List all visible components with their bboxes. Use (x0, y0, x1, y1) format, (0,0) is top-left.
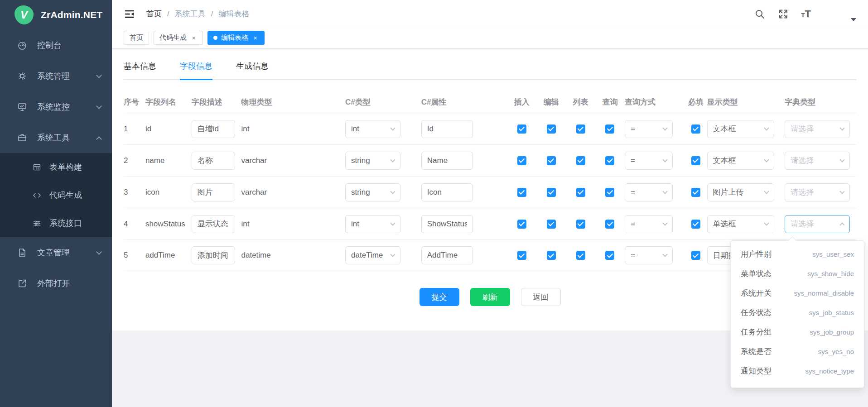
submit-button[interactable]: 提交 (420, 288, 459, 306)
tag-label: 编辑表格 (221, 34, 248, 42)
sidebar-item-form-build[interactable]: 表单构建 (0, 153, 112, 181)
dict-type-select-focused[interactable]: 请选择 (785, 215, 850, 233)
cell-column-name: addTime (145, 251, 192, 260)
description-input[interactable] (192, 246, 235, 264)
edit-checkbox[interactable] (547, 188, 556, 197)
display-type-select[interactable]: 文本框 (707, 120, 774, 138)
insert-checkbox[interactable] (517, 156, 526, 165)
csharp-type-select[interactable]: int (345, 120, 400, 138)
sidebar-item-external-open[interactable]: 外部打开 (0, 268, 112, 299)
query-type-select[interactable]: = (625, 215, 673, 233)
sidebar-item-system-tools[interactable]: 系统工具 (0, 122, 112, 153)
display-type-select[interactable]: 单选框 (707, 215, 774, 233)
chevron-down-icon (390, 125, 395, 130)
dict-type-select[interactable]: 请选择 (785, 183, 850, 201)
edit-checkbox[interactable] (547, 156, 556, 165)
csharp-type-select[interactable]: int (345, 215, 400, 233)
sidebar-item-code-gen[interactable]: 代码生成 (0, 181, 112, 209)
dict-option[interactable]: 用户性别 sys_user_sex (731, 244, 864, 264)
back-button[interactable]: 返回 (521, 288, 561, 306)
sidebar-item-system-manage[interactable]: 系统管理 (0, 61, 112, 91)
csharp-prop-input[interactable] (421, 215, 473, 233)
user-menu-caret-icon[interactable] (851, 18, 856, 21)
csharp-type-select[interactable]: dateTime (345, 246, 400, 264)
refresh-button[interactable]: 刷新 (470, 288, 510, 306)
tag-home[interactable]: 首页 (124, 31, 149, 45)
insert-checkbox[interactable] (517, 251, 526, 260)
insert-checkbox[interactable] (517, 220, 526, 229)
dict-option[interactable]: 通知类型 sys_notice_type (731, 361, 864, 381)
description-input[interactable] (192, 215, 235, 233)
required-checkbox[interactable] (691, 156, 700, 165)
breadcrumb-system-tools[interactable]: 系统工具 (175, 9, 206, 19)
insert-checkbox[interactable] (517, 124, 526, 134)
cell-column-name: showStatus (145, 220, 192, 229)
query-type-select[interactable]: = (625, 152, 673, 170)
csharp-prop-input[interactable] (421, 246, 473, 264)
query-type-select[interactable]: = (625, 120, 673, 138)
dict-type-select[interactable]: 请选择 (785, 120, 850, 138)
query-type-select[interactable]: = (625, 246, 673, 264)
description-input[interactable] (192, 183, 235, 201)
close-icon[interactable] (252, 34, 259, 41)
list-checkbox[interactable] (576, 220, 585, 229)
list-checkbox[interactable] (576, 124, 585, 134)
tag-edit-table[interactable]: 编辑表格 (207, 31, 265, 45)
query-checkbox[interactable] (605, 220, 614, 229)
search-icon[interactable] (754, 9, 765, 19)
sidebar-item-dashboard[interactable]: 控制台 (0, 30, 112, 61)
description-input[interactable] (192, 120, 235, 138)
list-checkbox[interactable] (576, 188, 585, 197)
fullscreen-icon[interactable] (778, 9, 789, 19)
dict-option[interactable]: 系统开关 sys_normal_disable (731, 283, 864, 303)
query-checkbox[interactable] (605, 124, 614, 134)
edit-checkbox[interactable] (547, 251, 556, 260)
cell-column-name: icon (145, 188, 192, 197)
dict-type-select[interactable]: 请选择 (785, 152, 850, 170)
dashboard-icon (17, 40, 27, 50)
tab-gen-info[interactable]: 生成信息 (236, 61, 269, 79)
display-type-select[interactable]: 图片上传 (707, 183, 774, 201)
header-physical-type: 物理类型 (241, 97, 346, 107)
query-checkbox[interactable] (605, 251, 614, 260)
required-checkbox[interactable] (691, 220, 700, 229)
tab-basic-info[interactable]: 基本信息 (124, 61, 156, 79)
required-checkbox[interactable] (691, 251, 700, 260)
breadcrumb-home[interactable]: 首页 (146, 9, 162, 19)
display-type-select[interactable]: 文本框 (707, 152, 774, 170)
dict-option[interactable]: 任务分组 sys_job_group (731, 322, 864, 342)
cell-seq: 4 (124, 220, 145, 229)
dict-option[interactable]: 菜单状态 sys_show_hide (731, 264, 864, 283)
tab-field-info[interactable]: 字段信息 (180, 61, 212, 79)
required-checkbox[interactable] (691, 188, 700, 197)
insert-checkbox[interactable] (517, 188, 526, 197)
required-checkbox[interactable] (691, 124, 700, 134)
query-type-select[interactable]: = (625, 183, 673, 201)
dict-option[interactable]: 通知状态 sys_notice_status (731, 381, 864, 384)
chevron-up-icon (96, 136, 102, 142)
csharp-prop-input[interactable] (421, 183, 473, 201)
csharp-prop-input[interactable] (421, 120, 473, 138)
edit-checkbox[interactable] (547, 124, 556, 134)
dict-option[interactable]: 任务状态 sys_job_status (731, 303, 864, 322)
sidebar-item-system-monitor[interactable]: 系统监控 (0, 91, 112, 122)
list-checkbox[interactable] (576, 251, 585, 260)
sidebar-item-system-api[interactable]: 系统接口 (0, 209, 112, 237)
avatar[interactable] (824, 4, 844, 24)
font-size-icon[interactable] (801, 8, 811, 20)
close-icon[interactable] (190, 34, 197, 41)
csharp-type-select[interactable]: string (345, 183, 400, 201)
list-checkbox[interactable] (576, 156, 585, 165)
dict-option[interactable]: 系统是否 sys_yes_no (731, 342, 864, 361)
edit-checkbox[interactable] (547, 220, 556, 229)
csharp-prop-input[interactable] (421, 152, 473, 170)
tag-code-gen[interactable]: 代码生成 (154, 31, 203, 45)
chevron-down-icon (662, 125, 667, 130)
sidebar-fold-icon[interactable] (124, 8, 135, 20)
query-checkbox[interactable] (605, 188, 614, 197)
description-input[interactable] (192, 152, 235, 170)
header-csharp-type: C#类型 (345, 97, 421, 107)
csharp-type-select[interactable]: string (345, 152, 400, 170)
query-checkbox[interactable] (605, 156, 614, 165)
sidebar-item-article-manage[interactable]: 文章管理 (0, 237, 112, 268)
